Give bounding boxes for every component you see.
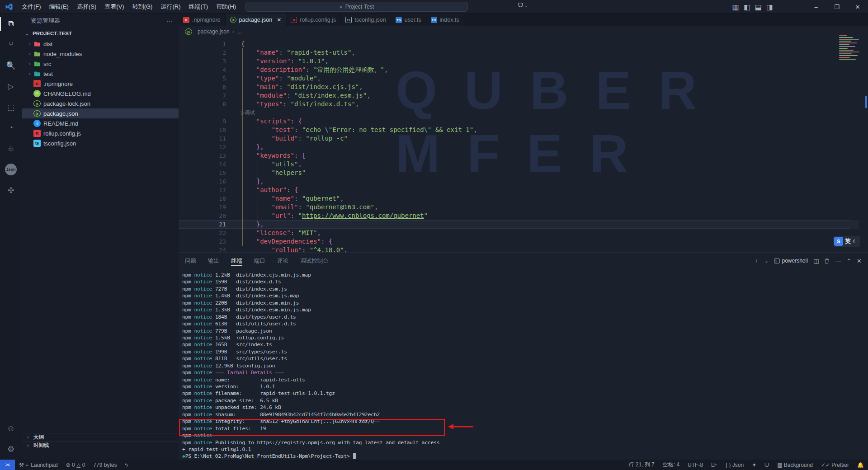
tree-item-tsconfig.json[interactable]: tstsconfig.json bbox=[22, 138, 179, 148]
status-extension-a[interactable]: ✦ bbox=[748, 460, 760, 470]
status-notifications[interactable]: 🔔 bbox=[853, 460, 868, 470]
panel-tab-输出[interactable]: 输出 bbox=[208, 253, 219, 269]
window-minimize-button[interactable]: – bbox=[806, 0, 826, 14]
menu-item-G[interactable]: 转到(G) bbox=[128, 0, 157, 14]
status-problems[interactable]: ⊘ 0 △ 0 bbox=[62, 460, 90, 470]
tree-item-package.json[interactable]: jspackage.json bbox=[22, 108, 179, 118]
tab-close-icon[interactable]: ✕ bbox=[277, 17, 281, 23]
tree-item-.npmignore[interactable]: n.npmignore bbox=[22, 79, 179, 89]
panel-tab-问题[interactable]: 问题 bbox=[185, 253, 196, 269]
terminal-line: npm notice 811B src/utils/user.ts bbox=[182, 355, 860, 362]
tree-item-package-lock.json[interactable]: jspackage-lock.json bbox=[22, 99, 179, 108]
explorer-icon[interactable]: ⧉ bbox=[0, 14, 22, 34]
search-icon[interactable]: 🔍 bbox=[0, 55, 22, 76]
sidebar-more-actions-icon[interactable]: ⋯ bbox=[166, 18, 172, 24]
code-line-11: 11 "build": "rollup -c" bbox=[179, 134, 859, 143]
tree-item-src[interactable]: ›src bbox=[22, 59, 179, 69]
status-prettier[interactable]: ✓✓ Prettier bbox=[817, 460, 853, 470]
status-indentation[interactable]: 空格: 4 bbox=[659, 460, 684, 470]
project-root-row[interactable]: ⌄ PROJECT-TEST bbox=[22, 28, 179, 39]
tab-package.json[interactable]: jspackage.json✕ bbox=[226, 14, 287, 26]
tab-index.ts[interactable]: TSindex.ts bbox=[426, 14, 464, 26]
status-copilot[interactable]: ᗜ bbox=[760, 460, 773, 470]
tree-item-label: src bbox=[43, 61, 51, 67]
menu-item-V[interactable]: 查看(V) bbox=[100, 0, 128, 14]
sidebar-title: 资源管理器 bbox=[31, 17, 60, 25]
status-cursor-position[interactable]: 行 21, 列 7 bbox=[624, 460, 658, 470]
customize-layout-icon[interactable]: ▦ bbox=[732, 3, 739, 11]
status-encoding[interactable]: UTF-8 bbox=[684, 460, 707, 470]
sidebar-section-时间线[interactable]: ›时间线 bbox=[22, 441, 179, 449]
status-power[interactable]: ϟ bbox=[121, 460, 132, 470]
testing-icon[interactable]: ♧ bbox=[0, 138, 22, 159]
sidebar-section-大纲[interactable]: ›大纲 bbox=[22, 433, 179, 441]
panel-maximize-icon[interactable]: ⌃ bbox=[846, 258, 851, 264]
copilot-button[interactable]: ᗜ ⌄ bbox=[518, 2, 528, 9]
tree-item-README.md[interactable]: iREADME.md bbox=[22, 118, 179, 128]
tsconfig-icon: ts bbox=[33, 140, 41, 147]
window-restore-button[interactable]: ❐ bbox=[826, 0, 847, 14]
panel-more-icon[interactable]: ⋯ bbox=[835, 258, 841, 264]
chevron-right-icon: › bbox=[26, 71, 33, 76]
terminal-prompt[interactable]: ❖PS E:\Net_02.ProMag\Net_FrontEndUtils-N… bbox=[182, 453, 860, 460]
menu-item-E[interactable]: 编辑(E) bbox=[45, 0, 73, 14]
menu-item-S[interactable]: 选择(S) bbox=[73, 0, 100, 14]
breadcrumb[interactable]: js package.json › … bbox=[179, 26, 868, 37]
ime-widget[interactable]: S 英 ☾ bbox=[833, 236, 860, 247]
file-icon: TS bbox=[431, 17, 437, 23]
extensions-icon[interactable]: ⬚ bbox=[0, 97, 22, 118]
toggle-panel-icon[interactable]: ⬓ bbox=[755, 3, 762, 11]
status-launchpad[interactable]: ⚒ ⌁Launchpad bbox=[15, 460, 62, 470]
terminal-dropdown-icon[interactable]: ⌄ bbox=[764, 258, 768, 263]
panel-close-icon[interactable]: ✕ bbox=[857, 258, 862, 264]
remote-indicator[interactable]: >< bbox=[0, 460, 15, 470]
tree-item-CHANGELOG.md[interactable]: ◷CHANGELOG.md bbox=[22, 89, 179, 99]
json-tools-icon[interactable]: Json bbox=[0, 159, 22, 180]
menu-item-F[interactable]: 文件(F) bbox=[18, 0, 45, 14]
panel-tab-调试控制台[interactable]: 调试控制台 bbox=[300, 253, 329, 269]
panel-tab-终端[interactable]: 终端 bbox=[231, 253, 242, 269]
tab-rollup.config.js[interactable]: Rrollup.config.js bbox=[286, 14, 341, 26]
tab-.npmignore[interactable]: n.npmignore bbox=[179, 14, 226, 26]
new-terminal-icon[interactable]: ＋ bbox=[753, 257, 759, 265]
terminal-line: npm notice 779B package.json bbox=[182, 328, 860, 334]
split-terminal-icon[interactable]: ◫ bbox=[813, 258, 819, 264]
tab-user.ts[interactable]: TSuser.ts bbox=[391, 14, 426, 26]
status-file-size[interactable]: 779 bytes bbox=[89, 460, 121, 470]
tab-tsconfig.json[interactable]: tstsconfig.json bbox=[341, 14, 391, 26]
codelens-debug[interactable]: ▷调试 bbox=[179, 108, 859, 117]
json-badge: Json bbox=[5, 164, 17, 175]
settings-icon[interactable]: ⚙ bbox=[0, 439, 22, 460]
minimap[interactable] bbox=[839, 35, 862, 62]
panel-tab-端口[interactable]: 端口 bbox=[254, 253, 265, 269]
copilot-icon: ᗜ bbox=[518, 2, 523, 9]
code-area[interactable]: 1{2 "name": "rapid-test-utls",3 "version… bbox=[179, 40, 859, 252]
status-background-task[interactable]: ▤ Background bbox=[773, 460, 817, 470]
kill-terminal-icon[interactable] bbox=[824, 258, 830, 264]
panel-tab-评论[interactable]: 评论 bbox=[277, 253, 288, 269]
code-line-15: 15 "helpers" bbox=[179, 169, 859, 177]
tree-item-rollup.config.js[interactable]: Rrollup.config.js bbox=[22, 128, 179, 138]
command-center-search[interactable]: ⌕ Project-Test bbox=[245, 2, 468, 12]
extension-tool-icon[interactable]: ✣ bbox=[0, 180, 22, 201]
tree-item-label: package.json bbox=[43, 110, 78, 117]
source-control-icon[interactable]: ⑂ bbox=[0, 34, 22, 55]
remote-explorer-icon[interactable]: ◔ bbox=[0, 118, 22, 138]
menu-item-T[interactable]: 终端(T) bbox=[184, 0, 212, 14]
tree-item-dist[interactable]: ›dist bbox=[22, 39, 179, 49]
run-and-debug-icon[interactable]: ▷ bbox=[0, 76, 22, 97]
menu-item-R[interactable]: 运行(R) bbox=[156, 0, 184, 14]
accounts-icon[interactable]: ☺ bbox=[0, 418, 22, 439]
tree-item-node_modules[interactable]: ›node_modules bbox=[22, 49, 179, 59]
line-number: 8 bbox=[179, 100, 226, 108]
toggle-secondary-sidebar-icon[interactable]: ◨ bbox=[766, 3, 773, 11]
terminal-line: npm notice unpacked size: 24.6 kB bbox=[182, 404, 860, 411]
window-close-button[interactable]: ✕ bbox=[847, 0, 868, 14]
shell-selector[interactable]: powershell bbox=[774, 258, 808, 264]
status-language-mode[interactable]: { } Json bbox=[722, 460, 748, 470]
menu-item-H[interactable]: 帮助(H) bbox=[212, 0, 240, 14]
toggle-sidebar-icon[interactable]: ◧ bbox=[744, 3, 750, 11]
status-eol[interactable]: LF bbox=[707, 460, 722, 470]
tree-item-test[interactable]: ›test bbox=[22, 69, 179, 79]
terminal-line: npm notice package size: 6.5 kB bbox=[182, 397, 860, 404]
